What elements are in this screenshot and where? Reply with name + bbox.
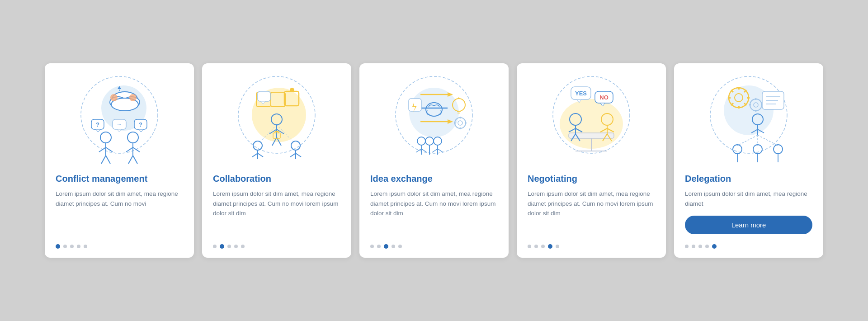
card-conflict-management: ? ··· ? Conflict management Lorem ipsum … [45,63,194,258]
dot-3[interactable] [70,245,74,248]
dot-3[interactable] [698,245,702,248]
svg-rect-38 [290,88,294,92]
svg-text:···: ··· [118,122,121,127]
card-text-idea-exchange: Lorem ipsum dolor sit dim amet, mea regi… [370,189,498,236]
svg-line-10 [99,147,106,152]
card-title-conflict-management: Conflict management [56,173,147,184]
svg-point-80 [417,137,425,145]
illustration-collaboration [213,74,340,165]
card-dots-negotiating [528,244,559,249]
dot-5[interactable] [712,244,717,249]
learn-more-button[interactable]: Learn more [685,216,812,234]
svg-point-8 [100,132,111,143]
svg-line-18 [128,156,133,164]
svg-text:NO: NO [599,94,609,101]
card-dots-delegation [685,244,717,249]
dot-4[interactable] [548,244,552,249]
dot-5[interactable] [556,245,559,248]
card-title-idea-exchange: Idea exchange [370,173,433,184]
dot-2[interactable] [63,245,67,248]
dot-4[interactable] [77,245,80,248]
svg-line-56 [296,153,301,157]
card-text-collaboration: Lorem ipsum dolor sit dim amet, mea regi… [213,189,340,236]
dot-3[interactable] [541,245,545,248]
svg-point-60 [409,88,459,137]
svg-marker-28 [139,129,143,132]
svg-rect-35 [258,91,270,101]
svg-text:?: ? [96,121,99,128]
illustration-idea-exchange [370,74,498,165]
card-text-delegation: Lorem ipsum dolor sit dim amet, mea regi… [685,189,812,208]
svg-point-146 [774,145,783,154]
card-dots-conflict-management [56,244,87,249]
svg-line-13 [106,156,110,164]
card-collaboration: Collaboration Lorem ipsum dolor sit dim … [202,63,351,258]
svg-point-81 [425,137,434,145]
svg-line-88 [432,149,438,152]
card-title-collaboration: Collaboration [213,173,271,184]
dot-2[interactable] [534,245,538,248]
svg-point-142 [733,145,742,154]
dot-1[interactable] [685,245,689,248]
card-dots-collaboration [213,244,245,249]
illustration-negotiating: YES NO [528,74,655,165]
dot-4[interactable] [392,245,395,248]
svg-point-53 [291,141,300,150]
card-idea-exchange: Idea exchange Lorem ipsum dolor sit dim … [359,63,509,258]
dot-4[interactable] [234,245,238,248]
card-text-negotiating: Lorem ipsum dolor sit dim amet, mea regi… [528,189,655,236]
svg-line-55 [290,153,296,157]
svg-line-121 [731,90,733,92]
svg-line-89 [438,149,443,152]
svg-point-29 [110,94,118,101]
dot-2[interactable] [692,245,695,248]
svg-marker-25 [117,129,122,132]
card-dots-idea-exchange [370,244,402,249]
dot-1[interactable] [528,245,531,248]
dot-3[interactable] [227,245,231,248]
card-delegation: Delegation Lorem ipsum dolor sit dim ame… [674,63,823,258]
svg-point-49 [253,141,262,150]
dot-3[interactable] [384,244,388,249]
svg-line-141 [758,135,778,146]
card-title-delegation: Delegation [685,173,731,184]
svg-text:YES: YES [575,90,587,97]
dot-2[interactable] [220,244,224,249]
card-negotiating: YES NO [517,63,666,258]
dot-1[interactable] [213,245,217,248]
dot-1[interactable] [370,245,374,248]
cards-container: ? ··· ? Conflict management Lorem ipsum … [27,50,841,271]
svg-point-75 [458,121,462,125]
dot-5[interactable] [241,245,245,248]
svg-rect-67 [409,99,421,111]
svg-text:?: ? [139,121,142,128]
svg-marker-22 [96,129,100,132]
illustration-conflict-management: ? ··· ? [56,74,183,165]
svg-line-139 [737,135,758,146]
svg-line-52 [258,153,263,157]
svg-line-12 [101,156,106,164]
svg-point-30 [129,94,137,101]
svg-line-51 [252,153,258,157]
dot-1[interactable] [56,244,60,249]
svg-line-17 [133,147,140,152]
dot-4[interactable] [705,245,709,248]
svg-point-82 [434,137,442,145]
svg-point-14 [127,132,138,143]
svg-line-19 [133,156,137,164]
illustration-delegation [685,74,812,165]
dot-5[interactable] [398,245,402,248]
card-text-conflict-management: Lorem ipsum dolor sit dim amet, mea regi… [56,189,183,236]
dot-5[interactable] [84,245,87,248]
card-title-negotiating: Negotiating [528,173,577,184]
dot-2[interactable] [377,245,381,248]
